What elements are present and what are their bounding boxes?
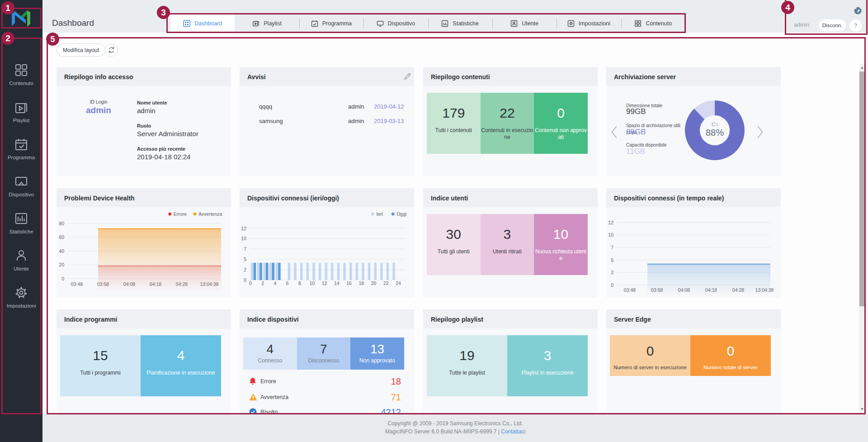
carousel-next-icon[interactable] (755, 125, 764, 139)
card-title: Riepilogo playlist (431, 316, 483, 323)
tile-unapproved-content[interactable]: 0 Contenuti non approvati (534, 93, 588, 154)
tile-running-edge-servers[interactable]: 0 Numero di server in esecuzione (610, 335, 690, 376)
refresh-button[interactable] (105, 43, 118, 57)
card-title: Indice programmi (64, 316, 117, 323)
sidebar-item-utente[interactable]: Utente (0, 248, 42, 271)
tile-total-edge-servers[interactable]: 0 Numero totale di server (690, 335, 771, 376)
svg-text:0: 0 (249, 280, 252, 286)
vertical-scrollbar[interactable] (859, 64, 865, 413)
tile-value: 3 (481, 227, 534, 242)
sidebar-item-label: Utente (0, 266, 42, 271)
schedule-calendar-icon (311, 20, 318, 27)
notice-date-link[interactable]: 2019-03-13 (374, 118, 404, 124)
tile-value: 22 (481, 105, 534, 121)
sidebar-item-programma[interactable]: Programma (0, 137, 42, 160)
tab-label: Utente (522, 20, 538, 27)
carousel-prev-icon[interactable] (610, 125, 619, 139)
device-display-icon (14, 174, 28, 189)
device-display-icon (377, 20, 384, 27)
status-row-warning[interactable]: Avvertenza 71 (249, 392, 401, 403)
tab-statistiche[interactable]: Statistiche (428, 14, 492, 33)
storage-free-value: 11GB (626, 147, 645, 156)
tile-unapproved-devices[interactable]: 13 Non approvato (350, 337, 404, 370)
card-title: Riepilogo info accesso (64, 73, 133, 81)
svg-text:20: 20 (59, 262, 64, 267)
sidebar-item-label: Statistiche (0, 229, 42, 234)
status-row-error[interactable]: Errore 18 (249, 376, 401, 387)
edit-pencil-icon[interactable] (403, 72, 411, 81)
tile-connected-devices[interactable]: 4 Connesso (243, 337, 297, 370)
tab-dashboard[interactable]: Dashboard (170, 14, 235, 33)
svg-text:5: 5 (611, 257, 613, 263)
user-area: admin Disconn. ? (778, 0, 868, 33)
contact-link[interactable]: Contattaci (501, 428, 525, 435)
svg-text:10: 10 (309, 280, 315, 286)
scrollbar-down-arrow[interactable] (859, 405, 865, 413)
login-id-value: admin (75, 105, 123, 115)
tile-new-user-requests[interactable]: 10 Nuova richiesta utente (534, 214, 588, 275)
tile-running-playlists[interactable]: 3 Playlist in esecuzione (507, 335, 588, 396)
notice-row[interactable]: qqqq admin 2019-04-12 (240, 103, 414, 112)
card-login-summary: Riepilogo info accesso ID Login admin No… (57, 67, 231, 176)
tab-impostazioni[interactable]: Impostazioni (557, 14, 621, 33)
top-tabs: Dashboard Playlist Programma (170, 14, 685, 33)
tile-label: Tutti i programmi (61, 370, 140, 376)
card-playlist-summary: Riepilogo playlist 19 Tutte le playlist … (423, 309, 598, 419)
magicinfo-logo[interactable] (11, 10, 32, 27)
sidebar-item-dispositivo[interactable]: Dispositivo (0, 174, 42, 197)
tile-all-schedules[interactable]: 15 Tutti i programmi (60, 335, 141, 396)
tile-all-content[interactable]: 179 Tutti i contenuti (427, 93, 481, 154)
field-value: Server Administrator (137, 129, 198, 138)
logo-blue-diag (15, 11, 26, 24)
tab-playlist[interactable]: Playlist (235, 14, 299, 33)
tile-running-content[interactable]: 22 Contenuti in esecuzione (481, 93, 534, 154)
scrollbar-thumb[interactable] (859, 71, 865, 306)
tile-value: 7 (297, 342, 351, 356)
scrollbar-up-arrow[interactable] (859, 64, 865, 71)
notice-date-link[interactable]: 2019-04-12 (374, 103, 404, 110)
dashboard-content: Modifica layout Riepilogo info accesso I… (42, 33, 868, 414)
tile-value: 4 (141, 348, 221, 363)
tab-programma[interactable]: Programma (299, 14, 363, 33)
tile-all-playlists[interactable]: 19 Tutte le playlist (427, 335, 507, 396)
content-grid-icon (14, 63, 28, 77)
tile-disconnected-devices[interactable]: 7 Disconnesso (297, 337, 351, 370)
tab-dispositivo[interactable]: Dispositivo (363, 14, 428, 33)
tile-label: Pianificazione in esecuzione (142, 370, 220, 376)
tab-separator (621, 19, 622, 29)
sidebar-item-playlist[interactable]: Playlist (0, 100, 42, 123)
field-value: 2019-04-18 02:24 (137, 152, 198, 162)
globe-icon[interactable] (854, 7, 862, 14)
svg-text:2: 2 (244, 267, 246, 272)
tab-separator (557, 19, 557, 29)
logout-button[interactable]: Disconn. (819, 19, 846, 31)
tile-label: Tutti i contenuti (427, 127, 480, 134)
playlist-icon (252, 20, 259, 27)
help-button[interactable]: ? (849, 19, 862, 32)
notice-row[interactable]: samsung admin 2019-03-13 (240, 118, 414, 127)
card-title: Problemi Device Health (64, 195, 135, 202)
tile-label: Contenuti non approvati (534, 127, 587, 141)
logged-in-user: admin (790, 22, 813, 28)
device-index-tiles: 4 Connesso 7 Disconnesso 13 Non approvat… (243, 337, 404, 370)
tile-all-users[interactable]: 30 Tutti gli utenti (427, 214, 481, 275)
svg-text:88%: 88% (706, 128, 724, 138)
edit-layout-button[interactable]: Modifica layout (57, 43, 105, 57)
playlist-icon (14, 100, 28, 114)
tile-running-schedules[interactable]: 4 Pianificazione in esecuzione (141, 335, 221, 396)
sidebar-item-label: Playlist (0, 118, 42, 123)
sidebar-item-impostazioni[interactable]: Impostazioni (0, 285, 42, 309)
svg-text:22: 22 (383, 280, 389, 286)
tab-contenuto[interactable]: Contenuto (621, 14, 685, 33)
card-server-storage: Archiviazione server Dimensione totale 9… (606, 67, 781, 176)
tile-withdrawn-users[interactable]: 3 Utenti ritirati (481, 214, 534, 275)
tile-value: 15 (60, 348, 141, 363)
bell-icon (249, 377, 256, 385)
tab-utente[interactable]: Utente (492, 14, 557, 33)
tile-value: 4 (243, 342, 297, 356)
tile-label: Numero totale di server (691, 364, 770, 371)
card-connected-realtime: Dispositivi connessi (in tempo reale) 02… (606, 188, 781, 298)
logo-blue-left (12, 11, 15, 26)
sidebar-item-contenuto[interactable]: Contenuto (0, 63, 42, 86)
sidebar-item-statistiche[interactable]: Statistiche (0, 211, 42, 234)
